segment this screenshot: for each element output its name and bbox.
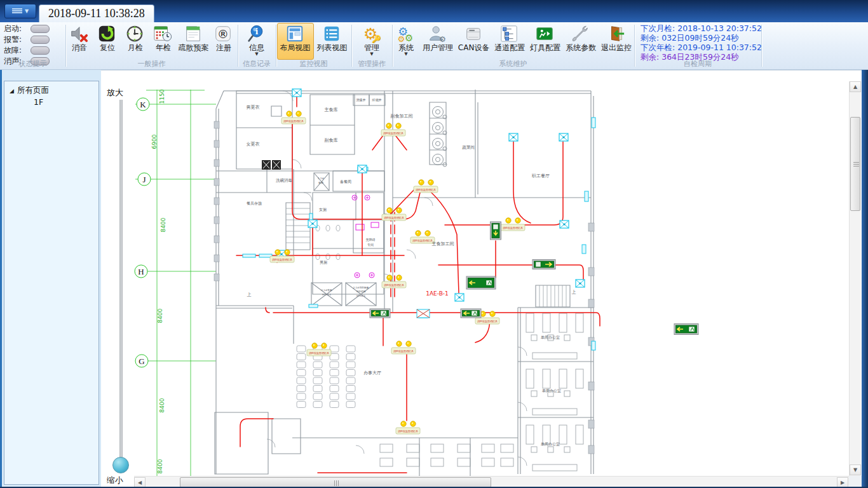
- ceiling-lamp-device[interactable]: [560, 220, 569, 228]
- exit-sign[interactable]: [370, 309, 390, 318]
- button-label: 列表视图: [317, 43, 348, 52]
- 布局视图-button[interactable]: 布局视图: [277, 23, 314, 60]
- manage-icon: ⚙🔑: [362, 24, 382, 43]
- distribution-box[interactable]: [417, 309, 430, 318]
- scroll-down-button[interactable]: ▼: [850, 464, 861, 475]
- 系统-button[interactable]: ⚙⚙⚙系统▼: [392, 23, 420, 60]
- lamp-config-icon: [535, 24, 555, 43]
- app-menu-button[interactable]: ▼: [4, 4, 36, 18]
- 列表视图-button[interactable]: 列表视图: [314, 23, 351, 60]
- ceiling-lamp-device[interactable]: [559, 133, 568, 141]
- zoom-slider-thumb[interactable]: [112, 457, 129, 473]
- tree-node-1f[interactable]: 1F: [4, 96, 98, 107]
- 消音-button[interactable]: 消音: [65, 23, 93, 60]
- 信息-button[interactable]: i信息▼: [243, 23, 271, 60]
- dropdown-arrow-icon[interactable]: ▼: [255, 52, 258, 57]
- ceiling-lamp-device[interactable]: [509, 133, 518, 141]
- can-device-icon: [464, 24, 484, 43]
- emergency-lamp-pair[interactable]: 消防应急照明灯具: [281, 111, 306, 124]
- dimension-label: 6900: [151, 134, 158, 149]
- exit-sign[interactable]: [532, 260, 555, 269]
- room-label: 职工餐厅: [532, 173, 550, 179]
- self-check-line: 下次月检: 2018-10-13 20:37:52: [641, 24, 762, 33]
- room-label: 副食加工间: [391, 114, 413, 119]
- lamp-label: 消防应急照明灯具: [416, 188, 436, 191]
- room-label: 单间办公室: [541, 442, 560, 447]
- 用户管理-button[interactable]: ⚙用户管理: [420, 23, 456, 60]
- group-separator: [761, 25, 762, 67]
- dimension-label: 8400: [159, 398, 165, 412]
- button-label: 系统: [398, 43, 414, 52]
- exit-sign[interactable]: [674, 324, 698, 335]
- floor-plan-canvas[interactable]: KJHG115069008400840084008400消防应急照明灯具消防应急…: [134, 70, 862, 488]
- exit-sign[interactable]: [491, 222, 501, 240]
- ceiling-lamp-device[interactable]: [308, 220, 317, 227]
- dimension-label: 8400: [160, 217, 166, 232]
- exit-sign[interactable]: [466, 276, 496, 289]
- vertical-scroll-thumb[interactable]: [850, 117, 860, 211]
- button-label: 通道配置: [494, 43, 525, 52]
- svg-text:K: K: [140, 100, 146, 109]
- 复位-button[interactable]: 复位: [93, 23, 121, 60]
- 管理-button[interactable]: ⚙🔑管理▼: [358, 23, 386, 60]
- exit-sign[interactable]: [461, 309, 481, 318]
- 疏散预案-button[interactable]: 疏散预案: [177, 23, 210, 60]
- scroll-up-button[interactable]: ▲: [850, 81, 861, 92]
- svg-text:H: H: [138, 267, 144, 276]
- CAN设备-button[interactable]: CAN设备: [456, 23, 492, 60]
- sidebar: ◢ 所有页面 1F: [2, 70, 101, 488]
- emergency-lamp-pair[interactable]: 消防应急照明灯具: [382, 208, 406, 220]
- window-right-border: [862, 70, 868, 488]
- 注册-button[interactable]: ®注册: [210, 23, 238, 60]
- room-label: 无障碍: [366, 238, 376, 242]
- grid-letter: K: [137, 98, 149, 111]
- emergency-lamp-pair[interactable]: 消防应急照明灯具: [307, 343, 331, 356]
- emergency-lamp-pair[interactable]: 消防应急照明灯具: [382, 275, 406, 288]
- emergency-lamp-pair[interactable]: 消防应急照明灯具: [414, 180, 438, 193]
- channel-config-icon: [499, 24, 520, 43]
- svg-text:🔑: 🔑: [372, 34, 381, 43]
- 月检-button[interactable]: 月检: [121, 23, 149, 60]
- group-separator: [392, 25, 393, 67]
- toolbar-group: i信息▼信息记录: [238, 22, 276, 69]
- tree-expand-icon[interactable]: ◢: [10, 88, 14, 94]
- status-row: 启动:: [4, 24, 50, 34]
- emergency-lamp-pair[interactable]: 消防应急照明灯具: [396, 421, 420, 434]
- vertical-scrollbar[interactable]: ▲ ▼: [849, 81, 861, 476]
- 通道配置-button[interactable]: 通道配置: [492, 23, 527, 60]
- circuit-label: 1AE-B-1: [426, 290, 449, 297]
- stair-up-label: 上: [572, 290, 576, 295]
- dropdown-arrow-icon[interactable]: ▼: [370, 52, 373, 57]
- button-label: 灯具配置: [530, 43, 560, 52]
- ceiling-lamp-device[interactable]: [358, 165, 367, 173]
- emergency-lamp-pair[interactable]: 消防应急照明灯具: [391, 341, 416, 354]
- tree-node-all-pages[interactable]: ◢ 所有页面: [4, 81, 98, 96]
- ceiling-lamp-device[interactable]: [292, 89, 301, 97]
- ceiling-lamp-device[interactable]: [455, 294, 464, 301]
- emergency-lamp-pair[interactable]: 消防应急照明灯具: [501, 218, 525, 231]
- room-label: 主食库: [325, 107, 338, 112]
- emergency-lamp-pair[interactable]: 消防应急照明灯具: [410, 231, 435, 243]
- title-bar: ▼ 2018-09-11 10:38:28: [0, 0, 868, 22]
- 退出监控-button[interactable]: 退出监控: [599, 23, 634, 60]
- lamp-label: 消防应急照明灯具: [503, 226, 523, 229]
- status-group: 启动: 报警: 故障: 消声: 状态提示: [0, 22, 65, 69]
- 灯具配置-button[interactable]: 灯具配置: [527, 23, 563, 60]
- dimension-label: 8400: [157, 308, 163, 323]
- datetime-tab[interactable]: 2018-09-11 10:38:28: [39, 4, 154, 22]
- lamp-label: 消防应急照明灯具: [309, 351, 329, 355]
- zoom-slider-track[interactable]: [119, 100, 123, 465]
- status-label: 启动:: [4, 24, 31, 34]
- group-caption: 一般操作: [65, 59, 238, 69]
- dropdown-arrow-icon[interactable]: ▼: [404, 52, 407, 57]
- status-indicator: [31, 46, 50, 55]
- 系统参数-button[interactable]: 系统参数: [563, 23, 599, 60]
- room-label: 副食库: [325, 138, 338, 143]
- 年检-button[interactable]: 年检: [149, 23, 177, 60]
- status-indicator: [31, 25, 50, 33]
- ceiling-lamp-device[interactable]: [576, 280, 585, 287]
- horizontal-scroll-thumb[interactable]: [180, 477, 491, 487]
- toilet-stalls: [316, 226, 340, 260]
- emergency-lamp-pair[interactable]: 消防应急照明灯具: [381, 123, 405, 136]
- evacuation-plan-icon: [184, 24, 204, 43]
